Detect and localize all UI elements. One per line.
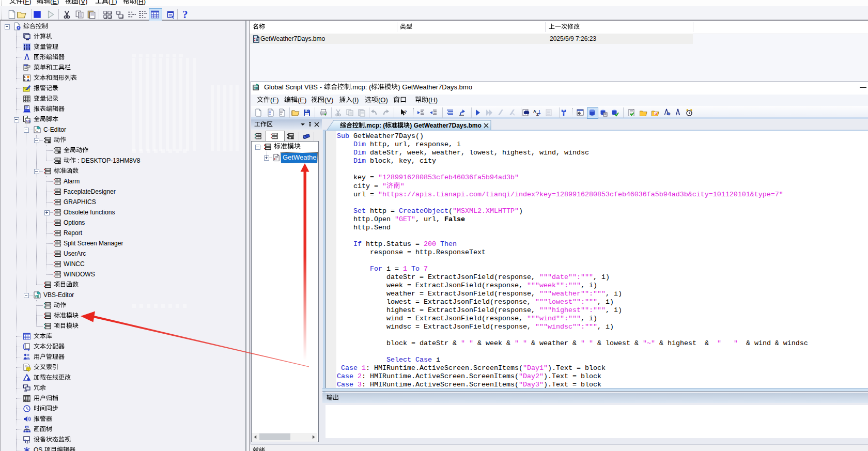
- svg-text:Z: Z: [536, 112, 539, 117]
- svg-text:?: ?: [404, 110, 407, 115]
- svg-text:VB: VB: [26, 119, 31, 123]
- svg-text:VB: VB: [254, 86, 258, 89]
- svg-text:C: C: [36, 128, 38, 133]
- svg-text:2.: 2.: [24, 79, 26, 82]
- svg-text:VB: VB: [35, 294, 39, 298]
